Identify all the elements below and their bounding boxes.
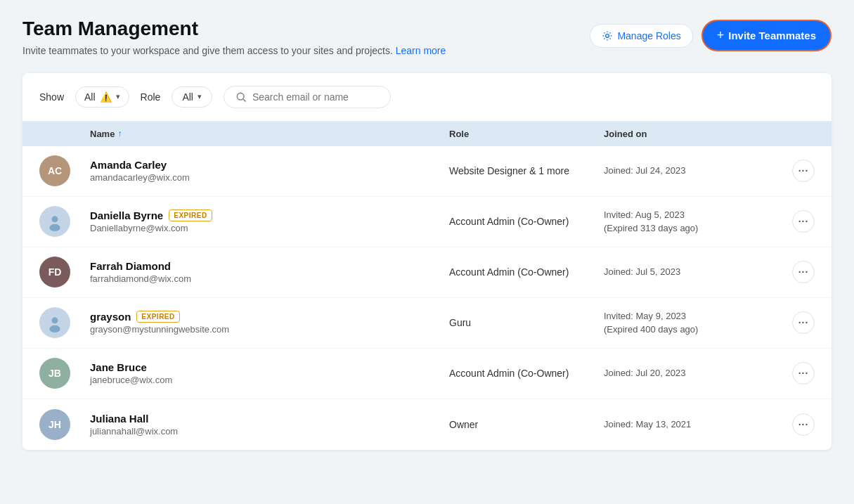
avatar: JH: [39, 409, 70, 440]
more-options-button[interactable]: ···: [792, 311, 815, 334]
joined-cell: Joined: Jul 5, 2023: [604, 265, 772, 279]
role-cell: Account Admin (Co-Owner): [449, 368, 604, 379]
joined-cell: Joined: Jul 24, 2023: [604, 164, 772, 178]
avatar-cell: [39, 206, 90, 237]
actions-cell: ···: [772, 210, 815, 233]
role-cell: Account Admin (Co-Owner): [449, 266, 604, 278]
expired-badge: EXPIRED: [136, 311, 179, 323]
ellipsis-icon: ···: [798, 216, 809, 227]
role-cell: Website Designer & 1 more: [449, 165, 604, 176]
actions-cell: ···: [772, 261, 815, 283]
search-icon: [235, 91, 247, 103]
page-title: Team Management: [22, 17, 446, 41]
person-email: janebruce@wix.com: [90, 375, 449, 385]
avatar-initials: FD: [48, 266, 62, 278]
avatar-initials: JH: [48, 419, 61, 430]
more-options-button[interactable]: ···: [792, 210, 815, 233]
col-joined-header: Joined on: [604, 129, 772, 139]
actions-cell: ···: [772, 362, 815, 385]
gear-icon: [602, 30, 613, 41]
avatar: AC: [39, 155, 70, 186]
actions-cell: ···: [772, 413, 815, 436]
avatar: JB: [39, 358, 70, 389]
avatar-cell: AC: [39, 155, 90, 186]
role-label: Role: [141, 91, 161, 103]
team-table-card: Show All ⚠️ ▾ Role All ▾: [22, 73, 832, 450]
sort-arrow-icon: ↑: [117, 129, 122, 138]
more-options-button[interactable]: ···: [792, 160, 815, 182]
table-row: JH Juliana Hall juliannahall@wix.com Own…: [22, 399, 832, 450]
default-avatar-icon: [45, 212, 65, 231]
svg-point-1: [237, 93, 244, 100]
col-name-header[interactable]: Name ↑: [90, 129, 449, 139]
invite-teammates-button[interactable]: + Invite Teammates: [701, 20, 832, 51]
joined-cell: Joined: May 13, 2021: [604, 418, 772, 432]
more-options-button[interactable]: ···: [792, 413, 815, 436]
table-row: AC Amanda Carley amandacarley@wix.com We…: [22, 146, 832, 197]
person-name: Daniella Byrne: [90, 209, 163, 221]
show-chevron-icon: ▾: [116, 92, 120, 101]
table-row: JB Jane Bruce janebruce@wix.com Account …: [22, 349, 832, 399]
avatar-cell: [39, 307, 90, 338]
name-cell: Jane Bruce janebruce@wix.com: [90, 361, 449, 385]
avatar: [39, 206, 70, 237]
table-row: Daniella Byrne EXPIRED Daniellabyrne@wix…: [22, 197, 832, 247]
name-cell: Juliana Hall juliannahall@wix.com: [90, 413, 449, 437]
expired-badge: EXPIRED: [169, 209, 212, 221]
search-box[interactable]: [224, 86, 391, 108]
more-options-button[interactable]: ···: [792, 261, 815, 283]
name-cell: Daniella Byrne EXPIRED Daniellabyrne@wix…: [90, 209, 449, 233]
joined-cell: Invited: May 9, 2023(Expired 400 days ag…: [604, 309, 772, 337]
person-email: amandacarley@wix.com: [90, 172, 449, 183]
avatar-initials: AC: [48, 165, 62, 176]
ellipsis-icon: ···: [798, 165, 809, 176]
page-subtitle: Invite teammates to your workspace and g…: [22, 45, 446, 56]
person-email: grayson@mystunningwebsite.com: [90, 324, 449, 335]
warning-icon: ⚠️: [100, 91, 112, 103]
default-avatar-icon: [45, 313, 65, 332]
show-dropdown[interactable]: All ⚠️ ▾: [75, 86, 129, 108]
person-name: grayson: [90, 311, 131, 323]
learn-more-link[interactable]: Learn more: [396, 45, 446, 56]
name-cell: Farrah Diamond farrahdiamond@wix.com: [90, 260, 449, 284]
role-chevron-icon: ▾: [198, 92, 202, 101]
name-cell: grayson EXPIRED grayson@mystunningwebsit…: [90, 311, 449, 335]
person-email: Daniellabyrne@wix.com: [90, 223, 449, 233]
joined-cell: Joined: Jul 20, 2023: [604, 366, 772, 380]
person-name: Farrah Diamond: [90, 260, 171, 272]
actions-cell: ···: [772, 160, 815, 182]
search-input[interactable]: [252, 91, 379, 103]
name-cell: Amanda Carley amandacarley@wix.com: [90, 159, 449, 183]
person-name: Amanda Carley: [90, 159, 167, 171]
avatar-cell: JB: [39, 358, 90, 389]
person-email: juliannahall@wix.com: [90, 426, 449, 437]
person-name: Juliana Hall: [90, 413, 148, 425]
table-body: AC Amanda Carley amandacarley@wix.com We…: [22, 146, 832, 450]
avatar: [39, 307, 70, 338]
plus-icon: +: [717, 28, 725, 43]
avatar: FD: [39, 257, 70, 287]
svg-point-0: [606, 34, 609, 37]
show-label: Show: [39, 91, 64, 103]
table-row: FD Farrah Diamond farrahdiamond@wix.com …: [22, 247, 832, 298]
ellipsis-icon: ···: [798, 419, 809, 430]
filters-row: Show All ⚠️ ▾ Role All ▾: [22, 73, 832, 122]
table-row: grayson EXPIRED grayson@mystunningwebsit…: [22, 298, 832, 349]
avatar-cell: FD: [39, 257, 90, 287]
avatar-cell: JH: [39, 409, 90, 440]
joined-cell: Invited: Aug 5, 2023(Expired 313 days ag…: [604, 208, 772, 235]
person-name: Jane Bruce: [90, 361, 147, 373]
avatar-initials: JB: [48, 368, 61, 379]
actions-cell: ···: [772, 311, 815, 334]
ellipsis-icon: ···: [798, 317, 809, 328]
role-cell: Guru: [449, 317, 604, 328]
person-email: farrahdiamond@wix.com: [90, 273, 449, 284]
col-role-header: Role: [449, 129, 604, 139]
svg-line-2: [243, 98, 246, 101]
role-dropdown[interactable]: All ▾: [172, 86, 212, 108]
more-options-button[interactable]: ···: [792, 362, 815, 385]
ellipsis-icon: ···: [798, 368, 809, 379]
table-header: Name ↑ Role Joined on: [22, 122, 832, 146]
ellipsis-icon: ···: [798, 266, 809, 278]
manage-roles-button[interactable]: Manage Roles: [590, 24, 692, 48]
